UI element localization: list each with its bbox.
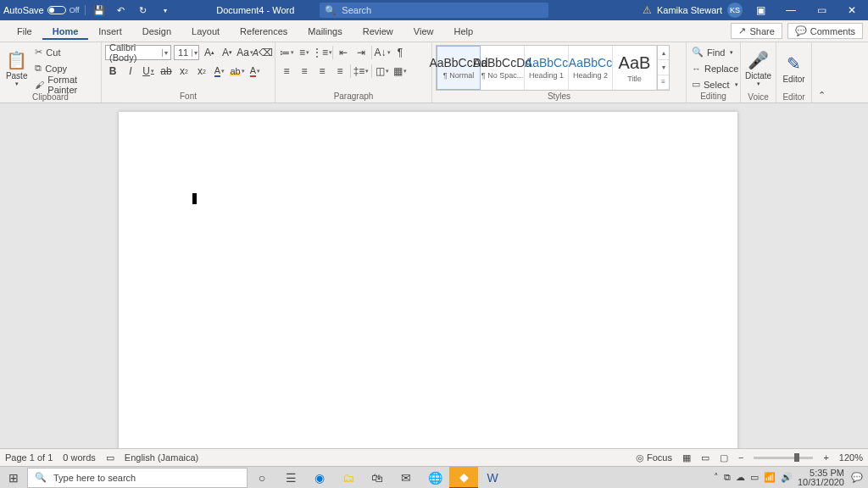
superscript-button[interactable]: x2 bbox=[194, 64, 209, 79]
tab-references[interactable]: References bbox=[230, 23, 298, 40]
line-spacing-button[interactable]: ‡≡ bbox=[353, 64, 369, 79]
task-view-button[interactable]: ☰ bbox=[276, 467, 305, 489]
save-button[interactable]: 💾 bbox=[91, 2, 108, 19]
tab-mailings[interactable]: Mailings bbox=[298, 23, 352, 40]
shading-button[interactable]: ◫ bbox=[375, 64, 390, 79]
decrease-indent-button[interactable]: ⇤ bbox=[336, 45, 351, 60]
sort-button[interactable]: A↓ bbox=[375, 45, 390, 60]
tab-review[interactable]: Review bbox=[353, 23, 403, 40]
word-icon[interactable]: W bbox=[478, 467, 507, 489]
style-title[interactable]: AaBTitle bbox=[613, 46, 657, 90]
clear-formatting-button[interactable]: A⌫ bbox=[255, 45, 270, 60]
tab-insert[interactable]: Insert bbox=[88, 23, 132, 40]
font-family-combo[interactable]: Calibri (Body)▾ bbox=[105, 45, 171, 60]
bullets-button[interactable]: ≔ bbox=[279, 45, 294, 60]
volume-icon[interactable]: 🔊 bbox=[781, 472, 793, 483]
align-left-button[interactable]: ≡ bbox=[279, 64, 294, 79]
font-color-button[interactable]: A bbox=[248, 64, 263, 79]
user-name[interactable]: Kamika Stewart bbox=[657, 5, 722, 15]
multilevel-list-button[interactable]: ⋮≡ bbox=[314, 45, 330, 60]
maximize-button[interactable]: ▭ bbox=[809, 0, 834, 20]
numbering-button[interactable]: ≡ bbox=[297, 45, 312, 60]
proofing-icon[interactable]: ▭ bbox=[106, 452, 114, 463]
print-layout-view-button[interactable]: ▦ bbox=[682, 452, 691, 463]
network-icon[interactable]: 📶 bbox=[764, 472, 776, 483]
chevron-up-icon[interactable]: ˄ bbox=[714, 472, 719, 483]
replace-button[interactable]: ↔Replace bbox=[690, 61, 740, 75]
redo-button[interactable]: ↻ bbox=[135, 2, 152, 19]
undo-button[interactable]: ↶ bbox=[113, 2, 130, 19]
copy-button[interactable]: ⧉Copy bbox=[33, 61, 97, 75]
clock[interactable]: 5:35 PM 10/31/2020 bbox=[798, 469, 846, 487]
text-effects-button[interactable]: A bbox=[212, 64, 227, 79]
format-painter-button[interactable]: 🖌Format Painter bbox=[33, 77, 97, 92]
select-button[interactable]: ▭Select▾ bbox=[690, 77, 740, 92]
close-button[interactable]: ✕ bbox=[839, 0, 865, 20]
gallery-scroll[interactable]: ▴▾≡ bbox=[657, 46, 669, 90]
zoom-level[interactable]: 120% bbox=[839, 452, 863, 463]
editor-button[interactable]: ✎Editor bbox=[780, 45, 808, 92]
tab-file[interactable]: File bbox=[7, 23, 42, 40]
highlight-button[interactable]: ab bbox=[230, 64, 245, 79]
dropbox-icon[interactable]: ⧉ bbox=[724, 472, 731, 483]
minimize-button[interactable]: — bbox=[778, 0, 804, 20]
justify-button[interactable]: ≡ bbox=[332, 64, 348, 79]
autosave-toggle[interactable]: AutoSave Off bbox=[3, 5, 86, 15]
paste-button[interactable]: 📋 Paste ▾ bbox=[3, 45, 30, 92]
app-icon[interactable]: ◆ bbox=[449, 467, 478, 489]
user-avatar[interactable]: KS bbox=[727, 3, 743, 18]
tab-home[interactable]: Home bbox=[42, 23, 89, 40]
tab-view[interactable]: View bbox=[403, 23, 444, 40]
share-button[interactable]: ↗Share bbox=[731, 23, 782, 39]
tab-layout[interactable]: Layout bbox=[181, 23, 230, 40]
web-layout-view-button[interactable]: ▢ bbox=[720, 452, 728, 463]
chrome-icon[interactable]: 🌐 bbox=[420, 467, 449, 489]
style-heading1[interactable]: AaBbCcHeading 1 bbox=[525, 46, 569, 90]
cortana-button[interactable]: ○ bbox=[248, 467, 276, 489]
borders-button[interactable]: ▦ bbox=[392, 64, 408, 79]
tab-design[interactable]: Design bbox=[132, 23, 181, 40]
search-box[interactable]: 🔍 Search bbox=[320, 3, 548, 18]
zoom-in-button[interactable]: + bbox=[823, 452, 828, 463]
system-tray[interactable]: ˄ ⧉ ☁ ▭ 📶 🔊 5:35 PM 10/31/2020 💬 bbox=[714, 469, 868, 487]
style-heading2[interactable]: AaBbCcHeading 2 bbox=[569, 46, 613, 90]
focus-mode-button[interactable]: ◎Focus bbox=[636, 452, 672, 463]
bold-button[interactable]: B bbox=[105, 64, 120, 79]
style-nospacing[interactable]: AaBbCcDd¶ No Spac... bbox=[481, 46, 525, 90]
language-indicator[interactable]: English (Jamaica) bbox=[125, 452, 198, 463]
zoom-out-button[interactable]: − bbox=[738, 452, 743, 463]
align-center-button[interactable]: ≡ bbox=[297, 64, 312, 79]
collapse-ribbon-button[interactable]: ⌃ bbox=[812, 42, 827, 103]
dictate-button[interactable]: 🎤Dictate▾ bbox=[744, 45, 772, 92]
warning-icon[interactable]: ⚠ bbox=[643, 4, 652, 16]
subscript-button[interactable]: x2 bbox=[176, 64, 192, 79]
edge-icon[interactable]: ◉ bbox=[305, 467, 334, 489]
ribbon-options-button[interactable]: ▣ bbox=[748, 0, 773, 20]
grow-font-button[interactable]: A▴ bbox=[202, 45, 217, 60]
shrink-font-button[interactable]: A▾ bbox=[220, 45, 235, 60]
notifications-icon[interactable]: 💬 bbox=[851, 472, 863, 483]
page-indicator[interactable]: Page 1 of 1 bbox=[5, 452, 53, 463]
onedrive-icon[interactable]: ☁ bbox=[736, 472, 745, 483]
italic-button[interactable]: I bbox=[123, 64, 138, 79]
meet-now-icon[interactable]: ▭ bbox=[750, 472, 759, 483]
start-button[interactable]: ⊞ bbox=[0, 467, 27, 489]
explorer-icon[interactable]: 🗂 bbox=[334, 467, 363, 489]
align-right-button[interactable]: ≡ bbox=[314, 64, 330, 79]
qat-dropdown[interactable]: ▾ bbox=[157, 2, 174, 19]
show-marks-button[interactable]: ¶ bbox=[392, 45, 408, 60]
comments-button[interactable]: 💬Comments bbox=[787, 23, 863, 39]
word-count[interactable]: 0 words bbox=[63, 452, 96, 463]
taskbar-search[interactable]: 🔍Type here to search bbox=[27, 468, 248, 488]
styles-gallery[interactable]: AaBbCcDd¶ Normal AaBbCcDd¶ No Spac... Aa… bbox=[436, 45, 670, 91]
mail-icon[interactable]: ✉ bbox=[392, 467, 420, 489]
change-case-button[interactable]: Aa bbox=[237, 45, 253, 60]
zoom-slider[interactable] bbox=[754, 457, 813, 459]
font-size-combo[interactable]: 11▾ bbox=[174, 45, 199, 60]
document-area[interactable] bbox=[0, 103, 868, 466]
cut-button[interactable]: ✂Cut bbox=[33, 45, 97, 59]
read-mode-view-button[interactable]: ▭ bbox=[701, 452, 709, 463]
underline-button[interactable]: U bbox=[141, 64, 156, 79]
strikethrough-button[interactable]: ab bbox=[159, 64, 174, 79]
tab-help[interactable]: Help bbox=[443, 23, 483, 40]
